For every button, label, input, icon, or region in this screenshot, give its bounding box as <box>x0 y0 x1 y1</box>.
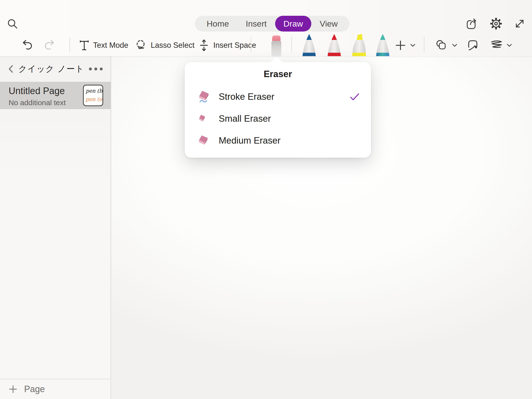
undo-icon <box>21 39 33 51</box>
thumbnail-ink-line: pen (ora <box>86 95 102 104</box>
toolbar-divider <box>424 37 424 52</box>
toolbar-divider <box>69 37 70 52</box>
insert-space-label: Insert Space <box>213 41 256 50</box>
add-page-label: Page <box>24 384 45 394</box>
onenote-app: Home Insert Draw View <box>0 0 532 399</box>
add-pen-button[interactable] <box>395 34 416 56</box>
toolbar-divider <box>251 37 251 52</box>
chevron-down-icon <box>452 43 458 47</box>
eraser-options: Stroke Eraser Small Eraser <box>185 86 371 151</box>
pages-sidebar: クイック ノート Untitled Page No additional tex… <box>0 56 111 399</box>
small-eraser-icon <box>197 114 213 124</box>
text-mode-icon <box>79 40 89 51</box>
ink-to-text-button[interactable] <box>467 34 480 56</box>
insert-space-button[interactable]: Insert Space <box>199 34 256 56</box>
medium-eraser-icon <box>197 135 213 147</box>
ink-replay-icon <box>490 40 503 51</box>
menu-item-label: Stroke Eraser <box>219 92 274 102</box>
menu-item-medium-eraser[interactable]: Medium Eraser <box>185 130 371 151</box>
top-toolbar: Home Insert Draw View <box>0 0 532 56</box>
more-options-button[interactable] <box>88 66 103 72</box>
text-mode-button[interactable]: Text Mode <box>79 34 128 56</box>
add-page-button[interactable]: Page <box>0 379 111 399</box>
plus-icon <box>395 39 406 51</box>
search-button[interactable] <box>6 17 19 31</box>
search-icon <box>6 18 19 30</box>
tab-home[interactable]: Home <box>198 16 237 32</box>
window-actions <box>466 17 526 30</box>
teal-pen[interactable] <box>375 33 391 56</box>
text-mode-label: Text Mode <box>93 41 128 50</box>
shapes-button[interactable] <box>435 34 458 56</box>
tab-insert[interactable]: Insert <box>237 16 275 32</box>
ink-to-text-icon <box>467 39 480 51</box>
eraser-popup: Eraser Stroke Eraser <box>185 62 371 158</box>
tab-draw[interactable]: Draw <box>275 16 311 32</box>
insert-space-icon <box>199 39 209 51</box>
red-pen[interactable] <box>326 33 342 56</box>
sidebar-header: クイック ノート <box>0 56 111 82</box>
lasso-select-label: Lasso Select <box>151 41 195 50</box>
ribbon-tabs: Home Insert Draw View <box>195 16 349 32</box>
back-button[interactable] <box>7 65 14 73</box>
settings-button[interactable] <box>490 17 502 30</box>
thumbnail-ink-line: pen (bl <box>86 87 102 95</box>
chevron-down-icon <box>506 43 512 47</box>
plus-icon <box>8 384 18 394</box>
menu-item-small-eraser[interactable]: Small Eraser <box>185 108 371 130</box>
checkmark-icon <box>350 93 360 101</box>
redo-icon <box>43 39 56 51</box>
share-button[interactable] <box>466 17 478 30</box>
ink-replay-button[interactable] <box>490 34 512 56</box>
expand-icon <box>514 18 526 30</box>
chevron-down-icon <box>410 43 416 47</box>
shapes-icon <box>435 39 448 51</box>
menu-item-stroke-eraser[interactable]: Stroke Eraser <box>185 86 371 108</box>
fullscreen-button[interactable] <box>514 18 526 30</box>
page-title: Untitled Page <box>9 86 65 96</box>
notebook-title: クイック ノート <box>14 63 88 75</box>
gear-icon <box>490 17 502 30</box>
share-icon <box>466 17 478 30</box>
page-list-item[interactable]: Untitled Page No additional text pen (bl… <box>0 82 111 109</box>
eraser-tool[interactable] <box>270 35 282 57</box>
page-thumbnail: pen (bl pen (ora <box>83 85 103 106</box>
draw-toolbar: Text Mode Lasso Select <box>0 34 532 56</box>
undo-button[interactable] <box>21 34 33 56</box>
lasso-select-button[interactable]: Lasso Select <box>135 34 195 56</box>
popup-title: Eraser <box>185 69 371 79</box>
lasso-select-icon <box>135 39 147 51</box>
tab-view[interactable]: View <box>311 16 346 32</box>
blue-pen[interactable] <box>301 33 317 56</box>
menu-item-label: Small Eraser <box>219 114 271 124</box>
menu-item-label: Medium Eraser <box>219 135 281 146</box>
page-subtitle: No additional text <box>9 99 66 107</box>
toolbar-divider <box>291 37 292 52</box>
yellow-highlighter[interactable] <box>351 33 367 56</box>
redo-button[interactable] <box>43 34 56 56</box>
stroke-eraser-icon <box>197 90 213 103</box>
